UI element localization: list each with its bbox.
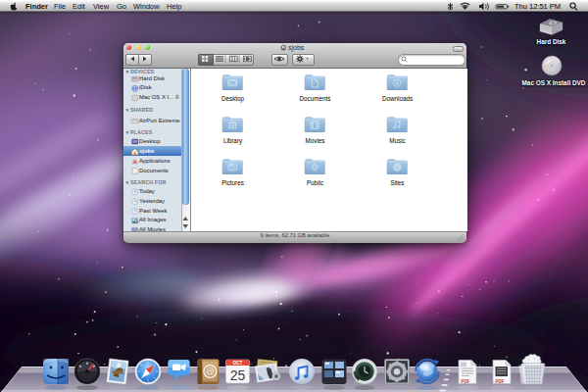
svg-text:@: @ <box>206 367 215 376</box>
svg-text:PDF: PDF <box>496 379 505 384</box>
svg-text:25: 25 <box>230 368 246 383</box>
svg-text:PDF: PDF <box>462 379 470 384</box>
svg-text:OCT: OCT <box>233 361 243 366</box>
